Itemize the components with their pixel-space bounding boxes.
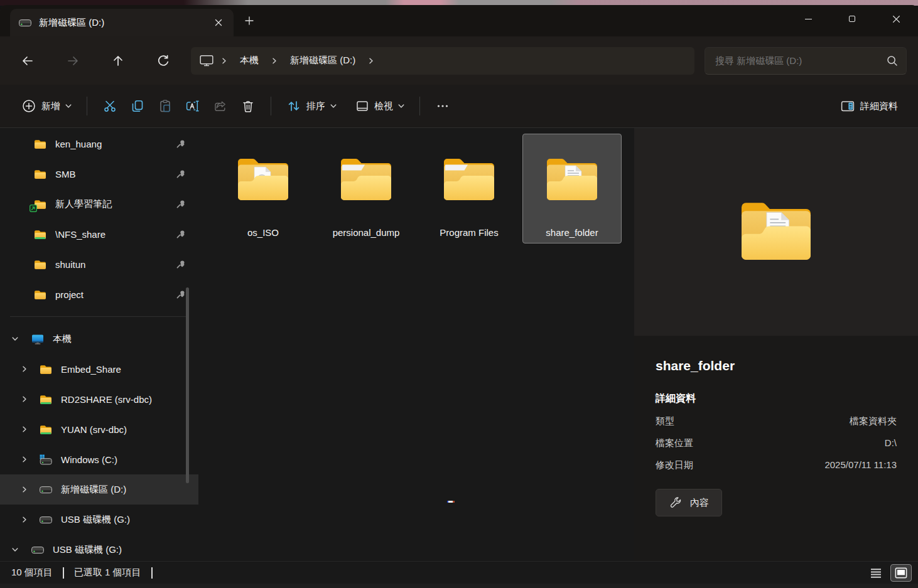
sort-arrows-icon bbox=[286, 99, 301, 114]
view-button-label: 檢視 bbox=[374, 100, 393, 112]
details-section-title: 詳細資料 bbox=[656, 392, 897, 405]
more-options-button[interactable] bbox=[429, 94, 456, 119]
desktop-background-strip-bottom bbox=[0, 584, 918, 588]
window-controls bbox=[786, 5, 918, 33]
folder-icon bbox=[34, 258, 48, 270]
sidebar-item-usb-g[interactable]: USB 磁碟機 (G:) bbox=[0, 505, 198, 535]
sort-button-label: 排序 bbox=[306, 100, 325, 112]
folder-icon bbox=[40, 363, 53, 375]
pin-icon bbox=[176, 229, 186, 239]
refresh-button[interactable] bbox=[151, 48, 176, 73]
item-count: 10 個項目 bbox=[11, 567, 53, 579]
sidebar-item-this-pc[interactable]: 本機 bbox=[0, 324, 198, 354]
pin-icon bbox=[176, 199, 186, 209]
command-bar: 新增 排序 檢視 詳細資料 bbox=[0, 85, 918, 128]
details-toggle-label: 詳細資料 bbox=[860, 100, 898, 112]
drive-icon bbox=[31, 543, 45, 556]
sidebar-item-smb[interactable]: SMB bbox=[0, 159, 198, 189]
chevron-down-icon[interactable] bbox=[11, 336, 19, 342]
this-pc-icon bbox=[31, 333, 45, 345]
sidebar-item-embed-share[interactable]: Embed_Share bbox=[0, 354, 198, 384]
share-button[interactable] bbox=[207, 94, 234, 119]
file-list[interactable]: os_ISO persional_dump Program Files shar… bbox=[198, 128, 634, 561]
copy-button[interactable] bbox=[124, 94, 151, 119]
cursor-artifact bbox=[447, 501, 455, 503]
drive-icon bbox=[19, 18, 31, 27]
close-button[interactable] bbox=[874, 5, 918, 33]
new-button-label: 新增 bbox=[41, 100, 60, 112]
minimize-button[interactable] bbox=[786, 5, 830, 33]
new-tab-button[interactable] bbox=[239, 10, 260, 31]
windows-drive-icon bbox=[40, 453, 53, 466]
maximize-button[interactable] bbox=[830, 5, 874, 33]
folder-open-icon bbox=[439, 155, 499, 205]
properties-button[interactable]: 內容 bbox=[656, 489, 722, 516]
file-tile-share-folder[interactable]: share_folder bbox=[522, 134, 622, 243]
explorer-tab[interactable]: 新增磁碟區 (D:) bbox=[10, 9, 234, 36]
forward-button[interactable] bbox=[60, 48, 85, 73]
chevron-down-icon bbox=[65, 103, 72, 109]
pin-icon bbox=[176, 289, 186, 299]
search-box[interactable] bbox=[705, 47, 907, 75]
status-divider bbox=[151, 567, 153, 579]
new-button[interactable]: 新增 bbox=[15, 94, 78, 119]
rename-button[interactable] bbox=[179, 94, 207, 119]
preview-area bbox=[634, 128, 918, 336]
sidebar-item-shuitun[interactable]: shuitun bbox=[0, 249, 198, 279]
tab-close-icon[interactable] bbox=[210, 14, 227, 31]
folder-sync-icon bbox=[40, 393, 53, 405]
sort-button[interactable]: 排序 bbox=[280, 94, 343, 119]
back-button[interactable] bbox=[15, 48, 40, 73]
search-icon[interactable] bbox=[886, 55, 899, 67]
details-view-button[interactable] bbox=[865, 564, 887, 582]
chevron-right-icon[interactable] bbox=[21, 426, 28, 432]
chevron-right-icon[interactable] bbox=[21, 366, 28, 372]
status-divider bbox=[63, 567, 64, 579]
search-input[interactable] bbox=[715, 55, 886, 66]
chevron-right-icon[interactable] bbox=[21, 456, 28, 462]
breadcrumb-item-drive-d[interactable]: 新增磁碟區 (D:) bbox=[285, 52, 360, 69]
folder-with-doc-icon bbox=[542, 155, 602, 205]
sidebar-item-nfs-share[interactable]: \NFS_share bbox=[0, 219, 198, 249]
chevron-right-icon[interactable] bbox=[21, 486, 28, 493]
breadcrumb-item-this-pc[interactable]: 本機 bbox=[235, 52, 264, 69]
up-button[interactable] bbox=[105, 48, 131, 73]
tab-title: 新增磁碟區 (D:) bbox=[39, 17, 202, 29]
delete-button[interactable] bbox=[234, 94, 262, 119]
view-button[interactable]: 檢視 bbox=[349, 94, 411, 118]
drive-icon bbox=[40, 513, 53, 526]
chevron-right-icon[interactable] bbox=[221, 58, 227, 64]
sidebar-item-notes[interactable]: 新人學習筆記 bbox=[0, 189, 198, 219]
detail-row-location: 檔案位置 D:\ bbox=[656, 437, 897, 449]
thumbnail-view-button[interactable] bbox=[890, 564, 912, 582]
folder-sync-icon bbox=[40, 423, 53, 436]
breadcrumb[interactable]: 本機 新增磁碟區 (D:) bbox=[191, 47, 694, 75]
chevron-right-icon[interactable] bbox=[21, 516, 28, 523]
chevron-right-icon[interactable] bbox=[368, 58, 374, 64]
sidebar-item-project[interactable]: project bbox=[0, 279, 198, 309]
cut-button[interactable] bbox=[96, 94, 124, 119]
file-tile-persional-dump[interactable]: persional_dump bbox=[316, 134, 416, 243]
paste-button[interactable] bbox=[151, 94, 179, 119]
drive-icon bbox=[40, 483, 53, 496]
sidebar-item-windows-c[interactable]: Windows (C:) bbox=[0, 444, 198, 474]
sidebar-item-usb-g-root[interactable]: USB 磁碟機 (G:) bbox=[0, 535, 198, 561]
file-tile-os-iso[interactable]: os_ISO bbox=[213, 134, 313, 243]
chevron-right-icon[interactable] bbox=[21, 396, 28, 402]
detail-row-modified: 修改日期 2025/07/11 11:13 bbox=[656, 459, 897, 471]
sidebar-item-ken-huang[interactable]: ken_huang bbox=[0, 129, 198, 159]
toolbar-separator bbox=[271, 97, 271, 115]
file-tile-program-files[interactable]: Program Files bbox=[419, 134, 519, 243]
chevron-down-icon[interactable] bbox=[11, 547, 19, 553]
sidebar-scrollbar[interactable] bbox=[186, 287, 189, 483]
sidebar-item-new-volume-d[interactable]: 新增磁碟區 (D:) bbox=[0, 474, 198, 505]
sidebar-item-rd2share[interactable]: RD2SHARE (srv-dbc) bbox=[0, 384, 198, 414]
pin-icon bbox=[176, 169, 186, 179]
details-pane-toggle[interactable]: 詳細資料 bbox=[834, 94, 904, 118]
sidebar-item-yuan[interactable]: YUAN (srv-dbc) bbox=[0, 414, 198, 444]
folder-icon bbox=[34, 137, 48, 150]
selected-item-name: share_folder bbox=[656, 358, 897, 373]
selection-count: 已選取 1 個項目 bbox=[74, 567, 141, 579]
chevron-right-icon[interactable] bbox=[271, 58, 278, 64]
this-pc-icon[interactable] bbox=[200, 55, 213, 67]
